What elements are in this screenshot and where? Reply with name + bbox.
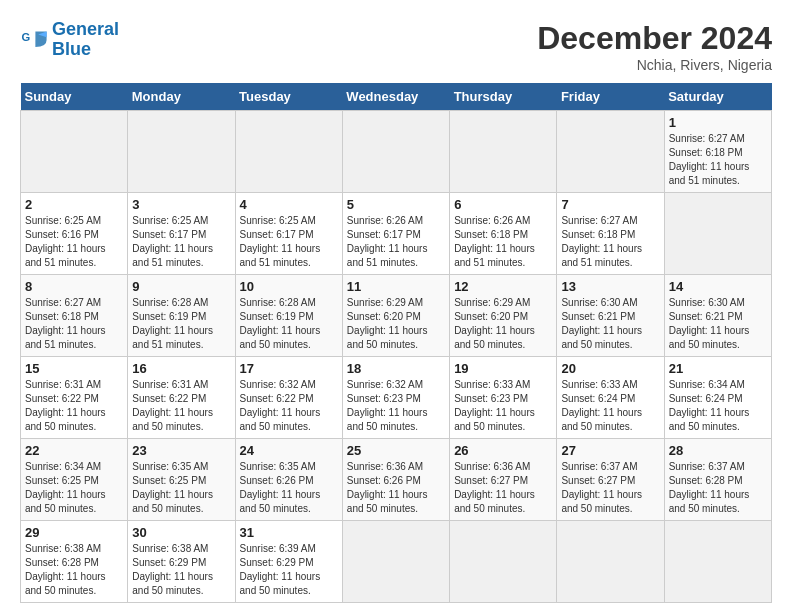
calendar-cell: 30 Sunrise: 6:38 AMSunset: 6:29 PMDaylig…	[128, 521, 235, 603]
calendar-cell: 29 Sunrise: 6:38 AMSunset: 6:28 PMDaylig…	[21, 521, 128, 603]
calendar-cell	[664, 521, 771, 603]
day-info: Sunrise: 6:31 AMSunset: 6:22 PMDaylight:…	[132, 379, 213, 432]
calendar-cell: 4 Sunrise: 6:25 AMSunset: 6:17 PMDayligh…	[235, 193, 342, 275]
day-info: Sunrise: 6:25 AMSunset: 6:17 PMDaylight:…	[240, 215, 321, 268]
day-number: 19	[454, 361, 552, 376]
day-number: 15	[25, 361, 123, 376]
day-number: 25	[347, 443, 445, 458]
day-info: Sunrise: 6:32 AMSunset: 6:22 PMDaylight:…	[240, 379, 321, 432]
week-row-4: 15 Sunrise: 6:31 AMSunset: 6:22 PMDaylig…	[21, 357, 772, 439]
calendar-cell: 15 Sunrise: 6:31 AMSunset: 6:22 PMDaylig…	[21, 357, 128, 439]
day-header-tuesday: Tuesday	[235, 83, 342, 111]
calendar-cell	[21, 111, 128, 193]
calendar-cell	[557, 111, 664, 193]
day-number: 20	[561, 361, 659, 376]
day-info: Sunrise: 6:29 AMSunset: 6:20 PMDaylight:…	[347, 297, 428, 350]
logo-icon: G	[20, 26, 48, 54]
day-info: Sunrise: 6:32 AMSunset: 6:23 PMDaylight:…	[347, 379, 428, 432]
calendar-cell: 19 Sunrise: 6:33 AMSunset: 6:23 PMDaylig…	[450, 357, 557, 439]
day-info: Sunrise: 6:26 AMSunset: 6:18 PMDaylight:…	[454, 215, 535, 268]
calendar-cell: 1 Sunrise: 6:27 AMSunset: 6:18 PMDayligh…	[664, 111, 771, 193]
day-info: Sunrise: 6:36 AMSunset: 6:26 PMDaylight:…	[347, 461, 428, 514]
logo: G General Blue	[20, 20, 119, 60]
day-number: 18	[347, 361, 445, 376]
day-number: 6	[454, 197, 552, 212]
week-row-6: 29 Sunrise: 6:38 AMSunset: 6:28 PMDaylig…	[21, 521, 772, 603]
main-title: December 2024	[537, 20, 772, 57]
day-header-saturday: Saturday	[664, 83, 771, 111]
calendar-cell: 10 Sunrise: 6:28 AMSunset: 6:19 PMDaylig…	[235, 275, 342, 357]
calendar-cell: 26 Sunrise: 6:36 AMSunset: 6:27 PMDaylig…	[450, 439, 557, 521]
day-number: 14	[669, 279, 767, 294]
calendar-cell	[664, 193, 771, 275]
day-info: Sunrise: 6:30 AMSunset: 6:21 PMDaylight:…	[561, 297, 642, 350]
day-number: 23	[132, 443, 230, 458]
day-info: Sunrise: 6:37 AMSunset: 6:27 PMDaylight:…	[561, 461, 642, 514]
day-number: 28	[669, 443, 767, 458]
calendar-cell	[342, 111, 449, 193]
day-number: 11	[347, 279, 445, 294]
day-number: 21	[669, 361, 767, 376]
calendar-cell: 21 Sunrise: 6:34 AMSunset: 6:24 PMDaylig…	[664, 357, 771, 439]
day-number: 24	[240, 443, 338, 458]
day-header-monday: Monday	[128, 83, 235, 111]
day-info: Sunrise: 6:25 AMSunset: 6:17 PMDaylight:…	[132, 215, 213, 268]
day-info: Sunrise: 6:37 AMSunset: 6:28 PMDaylight:…	[669, 461, 750, 514]
calendar-cell	[450, 521, 557, 603]
week-row-3: 8 Sunrise: 6:27 AMSunset: 6:18 PMDayligh…	[21, 275, 772, 357]
day-headers-row: SundayMondayTuesdayWednesdayThursdayFrid…	[21, 83, 772, 111]
day-info: Sunrise: 6:28 AMSunset: 6:19 PMDaylight:…	[240, 297, 321, 350]
calendar-cell: 8 Sunrise: 6:27 AMSunset: 6:18 PMDayligh…	[21, 275, 128, 357]
day-info: Sunrise: 6:25 AMSunset: 6:16 PMDaylight:…	[25, 215, 106, 268]
calendar-cell: 23 Sunrise: 6:35 AMSunset: 6:25 PMDaylig…	[128, 439, 235, 521]
svg-text:G: G	[21, 31, 30, 43]
day-info: Sunrise: 6:39 AMSunset: 6:29 PMDaylight:…	[240, 543, 321, 596]
day-number: 5	[347, 197, 445, 212]
calendar-cell: 3 Sunrise: 6:25 AMSunset: 6:17 PMDayligh…	[128, 193, 235, 275]
header: G General Blue December 2024 Nchia, Rive…	[20, 20, 772, 73]
calendar-cell: 27 Sunrise: 6:37 AMSunset: 6:27 PMDaylig…	[557, 439, 664, 521]
day-info: Sunrise: 6:30 AMSunset: 6:21 PMDaylight:…	[669, 297, 750, 350]
day-info: Sunrise: 6:28 AMSunset: 6:19 PMDaylight:…	[132, 297, 213, 350]
week-row-5: 22 Sunrise: 6:34 AMSunset: 6:25 PMDaylig…	[21, 439, 772, 521]
calendar-cell: 22 Sunrise: 6:34 AMSunset: 6:25 PMDaylig…	[21, 439, 128, 521]
day-number: 1	[669, 115, 767, 130]
calendar-cell: 12 Sunrise: 6:29 AMSunset: 6:20 PMDaylig…	[450, 275, 557, 357]
calendar-cell	[557, 521, 664, 603]
day-number: 30	[132, 525, 230, 540]
calendar-cell	[235, 111, 342, 193]
calendar-cell: 2 Sunrise: 6:25 AMSunset: 6:16 PMDayligh…	[21, 193, 128, 275]
day-number: 12	[454, 279, 552, 294]
calendar-cell: 11 Sunrise: 6:29 AMSunset: 6:20 PMDaylig…	[342, 275, 449, 357]
day-number: 17	[240, 361, 338, 376]
calendar-cell: 5 Sunrise: 6:26 AMSunset: 6:17 PMDayligh…	[342, 193, 449, 275]
day-number: 27	[561, 443, 659, 458]
week-row-1: 1 Sunrise: 6:27 AMSunset: 6:18 PMDayligh…	[21, 111, 772, 193]
week-row-2: 2 Sunrise: 6:25 AMSunset: 6:16 PMDayligh…	[21, 193, 772, 275]
day-info: Sunrise: 6:27 AMSunset: 6:18 PMDaylight:…	[561, 215, 642, 268]
day-info: Sunrise: 6:33 AMSunset: 6:24 PMDaylight:…	[561, 379, 642, 432]
calendar-cell: 9 Sunrise: 6:28 AMSunset: 6:19 PMDayligh…	[128, 275, 235, 357]
day-number: 29	[25, 525, 123, 540]
day-info: Sunrise: 6:27 AMSunset: 6:18 PMDaylight:…	[25, 297, 106, 350]
day-info: Sunrise: 6:26 AMSunset: 6:17 PMDaylight:…	[347, 215, 428, 268]
calendar-cell: 25 Sunrise: 6:36 AMSunset: 6:26 PMDaylig…	[342, 439, 449, 521]
calendar-cell	[128, 111, 235, 193]
calendar-cell: 6 Sunrise: 6:26 AMSunset: 6:18 PMDayligh…	[450, 193, 557, 275]
day-number: 4	[240, 197, 338, 212]
day-info: Sunrise: 6:35 AMSunset: 6:25 PMDaylight:…	[132, 461, 213, 514]
logo-text: General Blue	[52, 20, 119, 60]
calendar-cell: 28 Sunrise: 6:37 AMSunset: 6:28 PMDaylig…	[664, 439, 771, 521]
day-number: 13	[561, 279, 659, 294]
day-info: Sunrise: 6:38 AMSunset: 6:29 PMDaylight:…	[132, 543, 213, 596]
day-number: 31	[240, 525, 338, 540]
day-header-wednesday: Wednesday	[342, 83, 449, 111]
title-area: December 2024 Nchia, Rivers, Nigeria	[537, 20, 772, 73]
calendar-cell: 17 Sunrise: 6:32 AMSunset: 6:22 PMDaylig…	[235, 357, 342, 439]
day-number: 26	[454, 443, 552, 458]
day-info: Sunrise: 6:31 AMSunset: 6:22 PMDaylight:…	[25, 379, 106, 432]
day-info: Sunrise: 6:33 AMSunset: 6:23 PMDaylight:…	[454, 379, 535, 432]
day-number: 9	[132, 279, 230, 294]
day-info: Sunrise: 6:35 AMSunset: 6:26 PMDaylight:…	[240, 461, 321, 514]
day-info: Sunrise: 6:38 AMSunset: 6:28 PMDaylight:…	[25, 543, 106, 596]
